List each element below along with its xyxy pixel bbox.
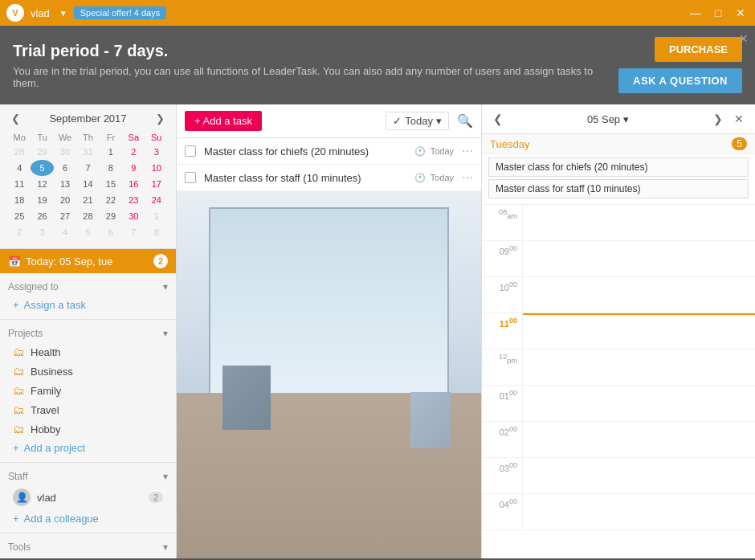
assign-task-button[interactable]: + Assign a task xyxy=(8,296,168,314)
calendar-day[interactable]: 10 xyxy=(145,160,168,176)
calendar-day[interactable]: 1 xyxy=(145,208,168,224)
calendar-day[interactable]: 3 xyxy=(31,224,53,240)
right-panel: ❮ 05 Sep ▾ ❯ ✕ Tuesday 5 Master class fo… xyxy=(482,104,755,558)
calendar-day[interactable]: 29 xyxy=(100,208,122,224)
calendar-day[interactable]: 17 xyxy=(145,176,168,192)
calendar-day[interactable]: 2 xyxy=(122,144,145,160)
trial-banner: Trial period - 7 days. You are in the tr… xyxy=(0,26,755,104)
time-slot-02: 0200 xyxy=(482,422,755,458)
calendar-day[interactable]: 1 xyxy=(100,144,122,160)
calendar-day[interactable]: 19 xyxy=(31,192,53,208)
schedule-next-button[interactable]: ❯ xyxy=(710,111,726,127)
schedule-prev-button[interactable]: ❮ xyxy=(490,111,506,127)
calendar-day[interactable]: 28 xyxy=(8,144,31,160)
calendar-day[interactable]: 30 xyxy=(122,208,145,224)
add-task-button[interactable]: + Add a task xyxy=(185,111,262,131)
project-item-family[interactable]: 🗂 Family xyxy=(8,381,168,400)
schedule-task-1[interactable]: Master class for staff (10 minutes) xyxy=(488,179,749,198)
calendar-day[interactable]: 30 xyxy=(54,144,76,160)
calendar-day[interactable]: 6 xyxy=(54,160,76,176)
calendar-day[interactable]: 22 xyxy=(100,192,122,208)
calendar-day[interactable]: 4 xyxy=(54,224,76,240)
chevron-down-icon[interactable]: ▾ xyxy=(163,471,168,482)
calendar-day[interactable]: 27 xyxy=(54,208,76,224)
chevron-down-icon[interactable]: ▾ xyxy=(163,281,168,292)
add-colleague-button[interactable]: + Add a colleague xyxy=(8,509,168,528)
calendar-day[interactable]: 15 xyxy=(100,176,122,192)
project-item-business[interactable]: 🗂 Business xyxy=(8,362,168,381)
time-label-10: 1000 xyxy=(482,277,522,296)
calendar-day[interactable]: 20 xyxy=(54,192,76,208)
calendar-day[interactable]: 8 xyxy=(145,224,168,240)
calendar-next-button[interactable]: ❯ xyxy=(153,112,168,125)
project-item-hobby[interactable]: 🗂 Hobby xyxy=(8,419,168,439)
purchase-button[interactable]: PURCHASE xyxy=(655,37,742,62)
task-menu-0[interactable]: ⋯ xyxy=(462,145,473,157)
calendar-day[interactable]: 26 xyxy=(31,208,53,224)
calendar-day[interactable]: 8 xyxy=(100,160,122,176)
calendar-day[interactable]: 18 xyxy=(8,192,31,208)
time-slot-04: 0400 xyxy=(482,494,755,530)
calendar-day[interactable]: 9 xyxy=(122,160,145,176)
calendar-day[interactable]: 13 xyxy=(54,176,76,192)
time-slot-09: 0900 xyxy=(482,241,755,277)
calendar-day[interactable]: 28 xyxy=(76,208,99,224)
tools-header: Tools ▾ xyxy=(8,538,168,556)
calendar-day[interactable]: 4 xyxy=(8,160,31,176)
offer-badge[interactable]: Special offer! 4 days xyxy=(74,6,166,19)
time-slot-12: 12pm xyxy=(482,349,755,386)
staff-left: 👤 vlad xyxy=(13,488,56,506)
today-filter-button[interactable]: ✓ Today ▾ xyxy=(386,112,449,130)
calendar-day[interactable]: 2 xyxy=(8,224,31,240)
schedule-close-button[interactable]: ✕ xyxy=(731,111,747,127)
minimize-button[interactable]: — xyxy=(688,5,704,21)
schedule-day-count: 5 xyxy=(732,137,747,150)
task-menu-1[interactable]: ⋯ xyxy=(462,171,473,184)
task-item-0[interactable]: Master class for chiefs (20 minutes) 🕐 T… xyxy=(177,138,481,165)
calendar-day[interactable]: 7 xyxy=(122,224,145,240)
task-checkbox-0[interactable] xyxy=(185,145,196,157)
tool-item-email[interactable]: ✉ Simple Email Client xyxy=(8,556,168,558)
project-name-hobby: Hobby xyxy=(31,423,61,435)
calendar-day[interactable]: 6 xyxy=(100,224,122,240)
add-project-button[interactable]: + Add a project xyxy=(8,439,168,457)
staff-task-count: 2 xyxy=(149,492,163,503)
time-label-09: 0900 xyxy=(482,241,522,260)
ask-question-button[interactable]: ASK A QUESTION xyxy=(618,68,742,93)
trial-close-icon[interactable]: ✕ xyxy=(739,32,749,45)
calendar-day[interactable]: 3 xyxy=(145,144,168,160)
calendar-day[interactable]: 7 xyxy=(76,160,99,176)
sidebar: ❮ September 2017 ❯ Mo Tu We Th Fr Sa Su xyxy=(0,104,177,558)
project-item-health[interactable]: 🗂 Health xyxy=(8,342,168,362)
calendar-day[interactable]: 24 xyxy=(145,192,168,208)
maximize-button[interactable]: □ xyxy=(710,5,726,21)
calendar-day[interactable]: 29 xyxy=(31,144,53,160)
schedule-date[interactable]: 05 Sep ▾ xyxy=(587,113,629,125)
calendar-day[interactable]: 21 xyxy=(76,192,99,208)
calendar-day[interactable]: 5 xyxy=(31,160,53,176)
schedule-task-0[interactable]: Master class for chiefs (20 minutes) xyxy=(488,157,749,177)
chevron-down-icon[interactable]: ▼ xyxy=(59,9,67,18)
search-button[interactable]: 🔍 xyxy=(457,113,473,129)
today-header[interactable]: 📅 Today: 05 Sep, tue 2 xyxy=(0,249,176,273)
plus-icon: + xyxy=(13,442,19,454)
calendar-day[interactable]: 12 xyxy=(31,176,53,192)
task-item-1[interactable]: Master class for staff (10 minutes) 🕐 To… xyxy=(177,165,481,191)
chevron-down-icon[interactable]: ▾ xyxy=(163,542,168,553)
close-button[interactable]: ✕ xyxy=(733,5,749,21)
calendar-day[interactable]: 25 xyxy=(8,208,31,224)
today-task-count: 2 xyxy=(153,254,168,268)
calendar-day[interactable]: 23 xyxy=(122,192,145,208)
calendar-day[interactable]: 11 xyxy=(8,176,31,192)
calendar-day[interactable]: 5 xyxy=(76,224,99,240)
chevron-down-icon[interactable]: ▾ xyxy=(436,115,442,127)
calendar-day[interactable]: 16 xyxy=(122,176,145,192)
calendar-day[interactable]: 31 xyxy=(76,144,99,160)
task-checkbox-1[interactable] xyxy=(185,172,196,183)
staff-item-vlad[interactable]: 👤 vlad 2 xyxy=(8,485,168,509)
project-item-travel[interactable]: 🗂 Travel xyxy=(8,400,168,419)
calendar-day[interactable]: 14 xyxy=(76,176,99,192)
trial-buttons: PURCHASE ASK A QUESTION xyxy=(618,37,742,93)
chevron-down-icon[interactable]: ▾ xyxy=(163,328,168,339)
calendar-prev-button[interactable]: ❮ xyxy=(8,112,23,125)
